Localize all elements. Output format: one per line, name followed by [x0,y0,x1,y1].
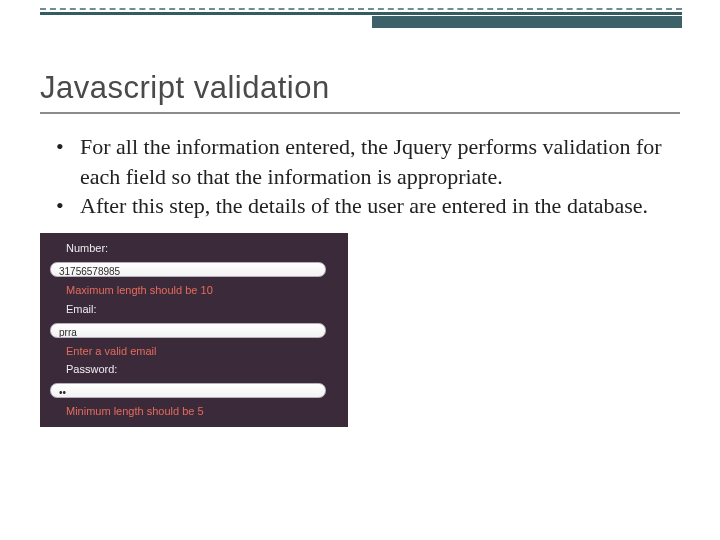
number-error: Maximum length should be 10 [40,281,348,300]
form-screenshot: Number: 31756578985 Maximum length shoul… [40,233,348,427]
password-label: Password: [40,360,348,379]
top-border [40,8,682,15]
password-field[interactable]: •• [50,383,326,398]
title-rule [40,112,680,114]
list-item: After this step, the details of the user… [70,191,680,221]
content: Javascript validation For all the inform… [40,70,680,427]
bullet-list: For all the information entered, the Jqu… [40,132,680,221]
page-title: Javascript validation [40,70,680,106]
number-field[interactable]: 31756578985 [50,262,326,277]
accent-bar [372,16,682,28]
email-field[interactable]: prra [50,323,326,338]
solid-line [40,12,682,15]
email-input-row: prra [40,319,348,342]
dashed-line [40,8,682,10]
number-input-row: 31756578985 [40,258,348,281]
slide: Javascript validation For all the inform… [0,0,720,540]
password-input-row: •• [40,379,348,402]
email-label: Email: [40,300,348,319]
number-label: Number: [40,239,348,258]
list-item: For all the information entered, the Jqu… [70,132,680,191]
password-error: Minimum length should be 5 [40,402,348,421]
email-error: Enter a valid email [40,342,348,361]
